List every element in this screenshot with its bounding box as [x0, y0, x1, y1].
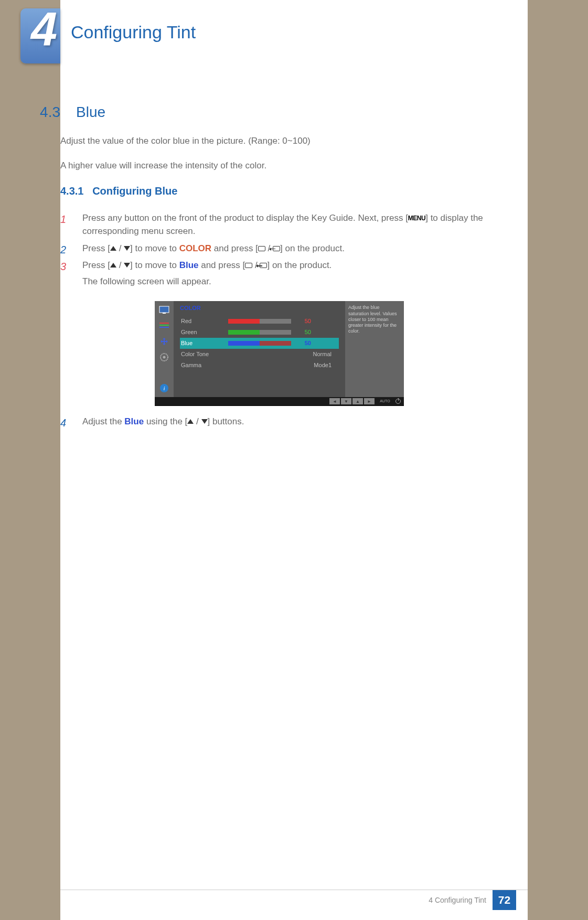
- osd-value: Normal: [228, 350, 338, 359]
- osd-row-label: Blue: [181, 339, 228, 348]
- osd-slider: [228, 341, 291, 346]
- lines-icon: [158, 320, 170, 331]
- intro-para-1: Adjust the value of the color blue in th…: [60, 135, 506, 148]
- svg-rect-0: [159, 306, 169, 313]
- up-arrow-icon: [187, 419, 194, 424]
- osd-row-blue-selected: Blue 50: [180, 338, 339, 349]
- info-icon: i: [158, 382, 170, 394]
- down-arrow-icon: [124, 246, 130, 251]
- section-heading: 4.3Blue: [6, 104, 105, 121]
- step-text: using the [: [144, 416, 187, 426]
- osd-row-label: Green: [181, 328, 228, 337]
- box-icon: [245, 263, 252, 268]
- highlight-blue: Blue: [179, 260, 199, 270]
- step-number: 4: [60, 415, 66, 431]
- osd-slider: [228, 330, 291, 335]
- footer-chapter-label: 4 Configuring Tint: [429, 896, 486, 904]
- osd-row-green: Green 50: [180, 327, 339, 338]
- osd-value: 50: [291, 317, 311, 326]
- section-number: 4.3: [6, 104, 60, 121]
- up-arrow-icon: [110, 263, 116, 268]
- osd-row-colortone: Color Tone Normal: [180, 349, 339, 360]
- subsection-num: 4.3.1: [60, 185, 83, 197]
- osd-tooltip: Adjust the blue saturation level. Values…: [345, 301, 404, 397]
- section-title: Blue: [76, 104, 105, 120]
- page: 4 Configuring Tint 4.3Blue Adjust the va…: [60, 0, 528, 920]
- nav-auto-label: AUTO: [376, 398, 394, 404]
- step-text: and press [: [211, 243, 258, 253]
- highlight-blue: Blue: [124, 416, 144, 426]
- chapter-number: 4: [31, 3, 57, 57]
- svg-rect-2: [159, 323, 169, 324]
- osd-sidebar: i: [155, 301, 174, 397]
- osd-row-label: Red: [181, 317, 228, 326]
- footer: 4 Configuring Tint 72: [60, 890, 528, 910]
- power-icon: [395, 399, 401, 404]
- svg-rect-4: [159, 327, 169, 328]
- step-text: ] to move to: [130, 260, 179, 270]
- step-2: 2 Press [ / ] to move to COLOR and press…: [60, 242, 506, 255]
- svg-point-6: [163, 356, 166, 359]
- down-arrow-icon: [201, 419, 208, 424]
- nav-down-icon: ▼: [341, 398, 351, 404]
- steps-list: 1 Press any button on the front of the p…: [60, 212, 506, 288]
- intro-para-2: A higher value will increase the intensi…: [60, 159, 506, 173]
- step-text: Press [: [82, 260, 110, 270]
- step-text: ] buttons.: [208, 416, 244, 426]
- monitor-icon: [158, 304, 170, 316]
- step-text: Press [: [82, 243, 110, 253]
- step-1: 1 Press any button on the front of the p…: [60, 212, 506, 238]
- down-arrow-icon: [124, 263, 130, 268]
- nav-left-icon: ◄: [329, 398, 340, 404]
- step-number: 2: [60, 242, 66, 258]
- steps-list-continued: 4 Adjust the Blue using the [ / ] button…: [60, 415, 506, 429]
- step-number: 1: [60, 212, 66, 227]
- chapter-title: Configuring Tint: [71, 22, 196, 42]
- gear-icon: [158, 351, 170, 363]
- step-subtext: The following screen will appear.: [82, 275, 506, 288]
- osd-row-red: Red 50: [180, 316, 339, 327]
- osd-row-label: Gamma: [181, 361, 228, 370]
- osd-menu: COLOR Red 50 Green 50 Blue 50: [174, 301, 345, 397]
- highlight-color: COLOR: [179, 243, 211, 253]
- osd-row-label: Color Tone: [181, 350, 228, 359]
- content: Adjust the value of the color blue in th…: [60, 135, 506, 433]
- nav-up-icon: ▲: [352, 398, 363, 404]
- page-number: 72: [493, 890, 516, 910]
- subsection-title: Configuring Blue: [92, 185, 177, 197]
- step-3: 3 Press [ / ] to move to Blue and press …: [60, 259, 506, 288]
- osd-header: COLOR: [180, 304, 339, 313]
- step-text: Adjust the: [82, 416, 124, 426]
- osd-slider: [228, 319, 291, 324]
- box-arrow-icon: [260, 263, 267, 268]
- up-arrow-icon: [110, 246, 116, 251]
- osd-row-gamma: Gamma Mode1: [180, 360, 339, 371]
- svg-rect-1: [163, 313, 166, 314]
- subsection-heading: 4.3.1 Configuring Blue: [60, 184, 506, 199]
- box-icon: [258, 246, 265, 251]
- step-4: 4 Adjust the Blue using the [ / ] button…: [60, 415, 506, 429]
- step-text: ] to move to: [130, 243, 179, 253]
- svg-text:i: i: [163, 385, 165, 391]
- box-arrow-icon: [273, 246, 280, 251]
- osd-value: 50: [291, 339, 311, 348]
- step-text: Press any button on the front of the pro…: [82, 213, 408, 223]
- osd-value: 50: [291, 328, 311, 337]
- osd-value: Mode1: [228, 361, 338, 370]
- resize-icon: [158, 336, 170, 347]
- svg-rect-3: [159, 325, 169, 326]
- osd-screenshot: i COLOR Red 50 Green 50 Blue: [155, 301, 404, 406]
- step-text: ] on the product.: [280, 243, 345, 253]
- nav-right-icon: ►: [364, 398, 375, 404]
- step-text: ] on the product.: [267, 260, 332, 270]
- osd-navbar: ◄ ▼ ▲ ► AUTO: [155, 397, 404, 405]
- step-number: 3: [60, 259, 66, 274]
- step-text: and press [: [198, 260, 245, 270]
- menu-button-label: MENU: [408, 214, 425, 223]
